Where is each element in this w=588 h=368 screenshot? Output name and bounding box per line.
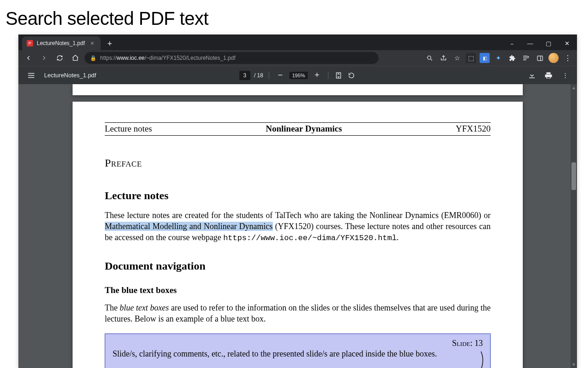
pdf-filename: LectureNotes_1.pdf (44, 72, 96, 79)
reload-button[interactable] (53, 52, 66, 64)
pdf-menu-button[interactable] (26, 70, 37, 81)
forward-button[interactable] (38, 52, 51, 64)
heading-document-navigation: Document navigation (105, 260, 491, 272)
toolbar-separator (269, 72, 269, 79)
maximize-button[interactable]: ▢ (540, 37, 557, 50)
svg-point-0 (427, 56, 431, 59)
pdf-more-button[interactable]: ⋮ (560, 71, 570, 80)
print-button[interactable] (544, 71, 553, 80)
extension-icon-3[interactable]: ✦ (493, 53, 503, 63)
tab-title: LectureNotes_1.pdf (37, 40, 85, 46)
subheading-blue-boxes: The blue text boxes (105, 285, 491, 295)
paragraph-intro[interactable]: These lecture notes are created for the … (105, 210, 491, 243)
course-url: https://www.ioc.ee/~dima/YFX1520.html (223, 234, 396, 242)
scroll-down-arrow[interactable]: ▼ (571, 362, 576, 367)
scrollbar[interactable]: ▲ ▼ (571, 84, 577, 368)
home-button[interactable] (69, 52, 82, 64)
curve-arrow-icon (473, 351, 485, 368)
back-button[interactable] (22, 52, 35, 64)
pdf-page-controls: / 18 − 195% + (239, 70, 356, 81)
doc-running-header: Lecture notes Nonlinear Dynamics YFX1520 (105, 122, 491, 136)
pdf-toolbar: LectureNotes_1.pdf / 18 − 195% + ⋮ (18, 66, 577, 84)
text-run: . (396, 233, 399, 242)
pdf-page-content: Lecture notes Nonlinear Dynamics YFX1520… (73, 102, 523, 368)
minimize-button[interactable]: — (522, 37, 538, 50)
pdf-viewport[interactable]: Lecture notes Nonlinear Dynamics YFX1520… (18, 84, 577, 368)
slide-number-label: Slide: 13 (113, 339, 483, 348)
page-total: / 18 (254, 72, 263, 79)
pdf-page[interactable]: Lecture notes Nonlinear Dynamics YFX1520… (73, 102, 523, 368)
close-window-button[interactable]: ✕ (559, 37, 575, 50)
zoom-out-button[interactable]: − (275, 70, 286, 81)
new-tab-button[interactable]: + (103, 37, 116, 50)
browser-window: P LectureNotes_1.pdf × + ⌄ — ▢ ✕ 🔒 https (18, 34, 577, 368)
window-controls: ⌄ — ▢ ✕ (503, 36, 577, 50)
scroll-up-arrow[interactable]: ▲ (571, 85, 576, 90)
paragraph-blue-boxes[interactable]: The blue text boxes are used to refer to… (105, 303, 491, 325)
url-text: https://www.ioc.ee/~dima/YFX1520/Lecture… (100, 55, 236, 61)
heading-preface: Preface (105, 157, 491, 169)
svg-rect-1 (537, 56, 542, 60)
zoom-in-button[interactable]: + (311, 70, 322, 81)
toolbar-right: ☆ ⬚ ◧ ✦ ⋮ (424, 53, 573, 63)
pdf-toolbar-right: ⋮ (527, 71, 570, 80)
heading-lecture-notes: Lecture notes (105, 190, 491, 202)
toolbar-separator (328, 72, 328, 79)
bookmark-star-icon[interactable]: ☆ (452, 53, 462, 63)
scrollbar-thumb[interactable] (571, 162, 576, 190)
sidepanel-icon[interactable] (535, 53, 545, 63)
close-tab-button[interactable]: × (89, 40, 96, 47)
overlay-caption: Search selected PDF text (6, 8, 209, 29)
download-button[interactable] (527, 71, 537, 80)
reading-list-icon[interactable] (521, 53, 531, 63)
blue-text-box: Slide: 13 Slide/s, clarifying comments, … (105, 334, 491, 368)
browser-tab[interactable]: P LectureNotes_1.pdf × (22, 36, 101, 50)
tab-search-button[interactable]: ⌄ (503, 40, 520, 47)
url-bar: 🔒 https://www.ioc.ee/~dima/YFX1520/Lectu… (18, 50, 577, 66)
zoom-indicator-icon[interactable] (424, 53, 435, 63)
header-right: YFX1520 (456, 124, 491, 134)
address-bar[interactable]: 🔒 https://www.ioc.ee/~dima/YFX1520/Lectu… (85, 52, 379, 64)
blue-box-text: Slide/s, clarifying comments, etc., rela… (113, 349, 483, 359)
fit-page-button[interactable] (334, 71, 343, 80)
tab-strip: P LectureNotes_1.pdf × + ⌄ — ▢ ✕ (18, 34, 577, 50)
share-icon[interactable] (438, 53, 448, 63)
page-number-input[interactable] (239, 71, 250, 80)
browser-menu-button[interactable]: ⋮ (562, 54, 573, 63)
header-title: Nonlinear Dynamics (266, 124, 342, 134)
pdf-favicon: P (27, 40, 33, 46)
extension-icon-1[interactable]: ⬚ (466, 53, 476, 63)
italic-term: blue text boxes (120, 303, 169, 312)
zoom-level[interactable]: 195% (289, 72, 308, 79)
selected-text[interactable]: Mathematical Modelling and Nonlinear Dyn… (105, 222, 273, 231)
lock-icon: 🔒 (90, 55, 96, 61)
header-left: Lecture notes (105, 124, 152, 134)
profile-avatar[interactable] (548, 53, 559, 63)
text-run: These lecture notes are created for the … (105, 211, 491, 220)
rotate-button[interactable] (347, 71, 356, 80)
extensions-puzzle-icon[interactable] (507, 53, 517, 63)
text-run: The (105, 303, 120, 312)
extension-icon-2[interactable]: ◧ (480, 53, 490, 63)
pdf-page-prev (73, 84, 523, 95)
